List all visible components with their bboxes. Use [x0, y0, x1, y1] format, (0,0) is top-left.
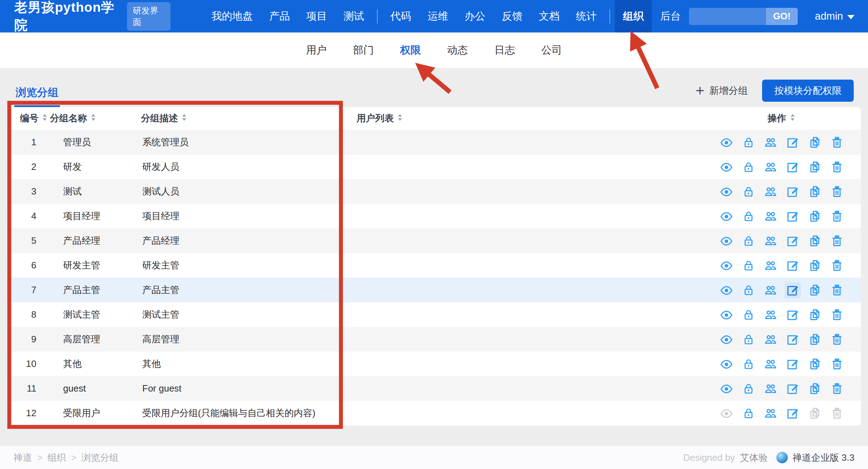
edit-action-button[interactable] — [785, 233, 801, 249]
nav-item-测试[interactable]: 测试 — [335, 0, 372, 32]
copy-action-button[interactable] — [807, 183, 823, 200]
edit-action-button[interactable] — [785, 183, 801, 200]
table-row[interactable]: 2研发研发人员 — [7, 155, 861, 179]
view-action-button[interactable] — [718, 208, 735, 225]
add-group-button[interactable]: 新增分组 — [695, 84, 748, 97]
view-action-button[interactable] — [718, 233, 735, 249]
nav-item-产品[interactable]: 产品 — [261, 0, 298, 32]
header-desc[interactable]: 分组描述 — [141, 107, 357, 130]
header-actions[interactable]: 操作 — [703, 107, 861, 130]
table-row[interactable]: 6研发主管研发主管 — [7, 253, 861, 278]
nav-item-组织[interactable]: 组织 — [615, 0, 652, 32]
nav-item-反馈[interactable]: 反馈 — [494, 0, 531, 32]
copy-action-button[interactable] — [807, 233, 823, 249]
view-action-button[interactable] — [718, 356, 735, 372]
lock-action-button[interactable] — [740, 307, 757, 323]
trash-action-button[interactable] — [829, 257, 845, 274]
view-action-button[interactable] — [718, 307, 735, 323]
users-action-button[interactable] — [762, 208, 779, 225]
edit-action-button[interactable] — [785, 282, 801, 298]
nav-item-代码[interactable]: 代码 — [382, 0, 419, 32]
lock-action-button[interactable] — [740, 405, 757, 422]
trash-action-button[interactable] — [829, 380, 845, 397]
lock-action-button[interactable] — [740, 257, 757, 274]
app-logo[interactable]: 老男孩python学院 — [14, 0, 121, 34]
table-row[interactable]: 11guestFor guest — [7, 376, 861, 401]
copy-action-button[interactable] — [807, 282, 823, 298]
trash-action-button[interactable] — [829, 356, 845, 372]
trash-action-button[interactable] — [829, 159, 845, 175]
breadcrumb-item-浏览分组[interactable]: 浏览分组 — [81, 452, 118, 464]
nav-item-办公[interactable]: 办公 — [456, 0, 494, 32]
table-row[interactable]: 8测试主管测试主管 — [7, 302, 861, 327]
view-action-button[interactable] — [718, 380, 735, 397]
user-menu[interactable]: admin — [815, 10, 854, 22]
copy-action-button[interactable] — [807, 257, 823, 274]
view-action-button[interactable] — [718, 331, 735, 348]
copy-action-button[interactable] — [807, 208, 823, 225]
lock-action-button[interactable] — [740, 282, 757, 298]
edit-action-button[interactable] — [785, 307, 801, 323]
nav-item-后台[interactable]: 后台 — [652, 0, 689, 32]
users-action-button[interactable] — [762, 282, 779, 298]
nav-item-运维[interactable]: 运维 — [419, 0, 456, 32]
trash-action-button[interactable] — [829, 183, 845, 200]
table-row[interactable]: 7产品主管产品主管 — [7, 278, 861, 302]
view-action-button[interactable] — [718, 159, 735, 175]
table-row[interactable]: 9高层管理高层管理 — [7, 327, 861, 352]
subnav-item-日志[interactable]: 日志 — [494, 43, 515, 57]
copy-action-button[interactable] — [807, 307, 823, 323]
copy-action-button[interactable] — [807, 356, 823, 372]
table-row[interactable]: 10其他其他 — [7, 352, 861, 376]
edit-action-button[interactable] — [785, 405, 801, 422]
table-row[interactable]: 12受限用户受限用户分组(只能编辑与自己相关的内容) — [7, 401, 861, 425]
view-action-button[interactable] — [718, 282, 735, 298]
edit-action-button[interactable] — [785, 356, 801, 372]
sort-icon[interactable] — [41, 113, 48, 124]
copy-action-button[interactable] — [807, 134, 823, 151]
edit-action-button[interactable] — [785, 208, 801, 225]
subnav-item-部门[interactable]: 部门 — [353, 43, 374, 57]
edit-action-button[interactable] — [785, 257, 801, 274]
nav-item-项目[interactable]: 项目 — [298, 0, 335, 32]
copy-action-button[interactable] — [807, 380, 823, 397]
users-action-button[interactable] — [762, 405, 779, 422]
users-action-button[interactable] — [762, 257, 779, 274]
lock-action-button[interactable] — [740, 183, 757, 200]
lock-action-button[interactable] — [740, 380, 757, 397]
header-name[interactable]: 分组名称 — [50, 107, 141, 130]
copy-action-button[interactable] — [807, 159, 823, 175]
product-version[interactable]: 禅道企业版 3.3 — [793, 452, 854, 464]
nav-item-文档[interactable]: 文档 — [531, 0, 568, 32]
table-row[interactable]: 1管理员系统管理员 — [7, 130, 861, 155]
designer-link[interactable]: 艾体验 — [740, 452, 768, 464]
header-id[interactable]: 编号 — [7, 107, 50, 130]
users-action-button[interactable] — [762, 331, 779, 348]
trash-action-button[interactable] — [829, 307, 845, 323]
edit-action-button[interactable] — [785, 380, 801, 397]
lock-action-button[interactable] — [740, 331, 757, 348]
trash-action-button[interactable] — [829, 134, 845, 151]
view-action-button[interactable] — [718, 257, 735, 274]
lock-action-button[interactable] — [740, 208, 757, 225]
trash-action-button[interactable] — [829, 282, 845, 298]
subnav-item-权限[interactable]: 权限 — [400, 43, 421, 57]
lock-action-button[interactable] — [740, 134, 757, 151]
search-go-button[interactable]: GO! — [766, 8, 798, 25]
lock-action-button[interactable] — [740, 233, 757, 249]
trash-action-button[interactable] — [829, 233, 845, 249]
sort-icon[interactable] — [397, 113, 403, 124]
assign-by-module-button[interactable]: 按模块分配权限 — [762, 80, 854, 102]
users-action-button[interactable] — [762, 233, 779, 249]
subnav-item-公司[interactable]: 公司 — [541, 43, 562, 57]
subnav-item-动态[interactable]: 动态 — [447, 43, 468, 57]
trash-action-button[interactable] — [829, 331, 845, 348]
lock-action-button[interactable] — [740, 356, 757, 372]
nav-item-我的地盘[interactable]: 我的地盘 — [203, 0, 261, 32]
table-row[interactable]: 5产品经理产品经理 — [7, 228, 861, 253]
tab-browse-groups[interactable]: 浏览分组 — [14, 85, 60, 107]
breadcrumb-item-组织[interactable]: 组织 — [47, 452, 66, 464]
header-users[interactable]: 用户列表 — [357, 107, 703, 130]
sort-icon[interactable] — [789, 113, 796, 124]
sort-icon[interactable] — [90, 113, 97, 124]
